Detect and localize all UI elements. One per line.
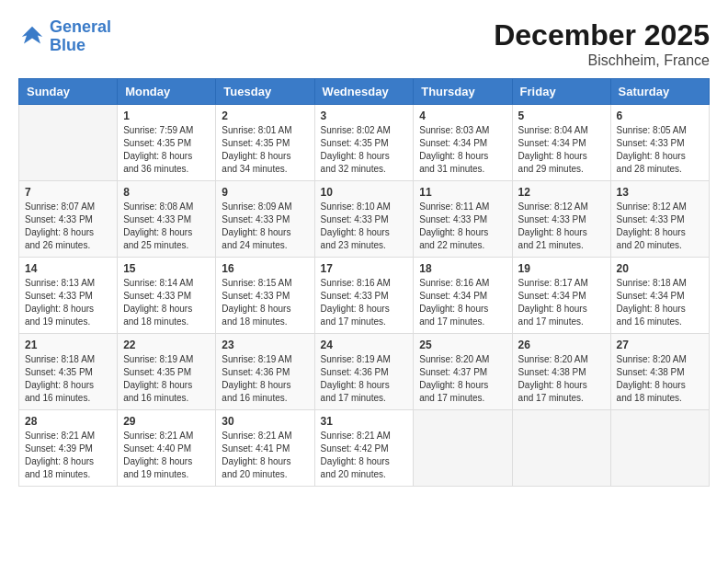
calendar-week-row: 14Sunrise: 8:13 AMSunset: 4:33 PMDayligh… — [19, 258, 710, 334]
day-number: 10 — [321, 186, 408, 199]
calendar-cell: 12Sunrise: 8:12 AMSunset: 4:33 PMDayligh… — [512, 181, 610, 258]
day-info: Sunrise: 8:13 AMSunset: 4:33 PMDaylight:… — [25, 277, 111, 328]
calendar-cell — [512, 410, 610, 487]
page-header: General Blue December 2025 Bischheim, Fr… — [18, 18, 710, 69]
calendar-cell: 16Sunrise: 8:15 AMSunset: 4:33 PMDayligh… — [216, 258, 314, 334]
day-info: Sunrise: 8:08 AMSunset: 4:33 PMDaylight:… — [123, 201, 210, 252]
calendar-cell: 18Sunrise: 8:16 AMSunset: 4:34 PMDayligh… — [414, 258, 512, 334]
day-number: 19 — [518, 262, 605, 275]
day-info: Sunrise: 8:10 AMSunset: 4:33 PMDaylight:… — [321, 201, 408, 252]
day-info: Sunrise: 8:21 AMSunset: 4:41 PMDaylight:… — [222, 430, 308, 481]
day-number: 6 — [617, 109, 703, 122]
day-info: Sunrise: 8:21 AMSunset: 4:39 PMDaylight:… — [25, 430, 111, 481]
header-sunday: Sunday — [19, 79, 118, 105]
day-number: 14 — [25, 262, 111, 275]
calendar-week-row: 21Sunrise: 8:18 AMSunset: 4:35 PMDayligh… — [19, 334, 710, 410]
day-number: 27 — [617, 339, 703, 351]
calendar-cell: 15Sunrise: 8:14 AMSunset: 4:33 PMDayligh… — [118, 258, 216, 334]
calendar-cell: 20Sunrise: 8:18 AMSunset: 4:34 PMDayligh… — [610, 258, 709, 334]
day-info: Sunrise: 8:07 AMSunset: 4:33 PMDaylight:… — [25, 201, 111, 252]
day-number: 8 — [123, 186, 210, 199]
logo: General Blue — [18, 18, 111, 55]
day-number: 26 — [518, 339, 605, 351]
calendar-cell: 30Sunrise: 8:21 AMSunset: 4:41 PMDayligh… — [216, 410, 314, 487]
calendar-cell: 29Sunrise: 8:21 AMSunset: 4:40 PMDayligh… — [118, 410, 216, 487]
header-tuesday: Tuesday — [216, 79, 314, 105]
calendar-cell: 31Sunrise: 8:21 AMSunset: 4:42 PMDayligh… — [314, 410, 414, 487]
month-title: December 2025 — [494, 18, 710, 52]
day-number: 18 — [419, 262, 506, 275]
day-number: 4 — [419, 109, 506, 122]
day-number: 17 — [321, 262, 408, 275]
calendar-cell: 2Sunrise: 8:01 AMSunset: 4:35 PMDaylight… — [216, 105, 314, 181]
day-info: Sunrise: 8:05 AMSunset: 4:33 PMDaylight:… — [617, 124, 703, 176]
day-number: 9 — [222, 186, 308, 199]
day-number: 12 — [518, 186, 605, 199]
day-info: Sunrise: 8:16 AMSunset: 4:33 PMDaylight:… — [321, 277, 408, 328]
day-number: 7 — [25, 186, 111, 199]
calendar-cell: 14Sunrise: 8:13 AMSunset: 4:33 PMDayligh… — [19, 258, 118, 334]
calendar-week-row: 7Sunrise: 8:07 AMSunset: 4:33 PMDaylight… — [19, 181, 710, 258]
calendar-cell: 13Sunrise: 8:12 AMSunset: 4:33 PMDayligh… — [610, 181, 709, 258]
title-block: December 2025 Bischheim, France — [494, 18, 710, 69]
day-number: 31 — [321, 415, 408, 428]
calendar-cell — [610, 410, 709, 487]
day-number: 30 — [222, 415, 308, 428]
calendar-cell: 9Sunrise: 8:09 AMSunset: 4:33 PMDaylight… — [216, 181, 314, 258]
calendar-cell: 3Sunrise: 8:02 AMSunset: 4:35 PMDaylight… — [314, 105, 414, 181]
calendar-cell: 11Sunrise: 8:11 AMSunset: 4:33 PMDayligh… — [414, 181, 512, 258]
day-info: Sunrise: 8:12 AMSunset: 4:33 PMDaylight:… — [617, 201, 703, 252]
day-info: Sunrise: 8:01 AMSunset: 4:35 PMDaylight:… — [222, 124, 308, 176]
calendar-week-row: 28Sunrise: 8:21 AMSunset: 4:39 PMDayligh… — [19, 410, 710, 487]
day-number: 29 — [123, 415, 210, 428]
day-number: 24 — [321, 339, 408, 351]
calendar-cell: 19Sunrise: 8:17 AMSunset: 4:34 PMDayligh… — [512, 258, 610, 334]
calendar-cell: 28Sunrise: 8:21 AMSunset: 4:39 PMDayligh… — [19, 410, 118, 487]
day-info: Sunrise: 8:19 AMSunset: 4:36 PMDaylight:… — [222, 353, 308, 405]
calendar-week-row: 1Sunrise: 7:59 AMSunset: 4:35 PMDaylight… — [19, 105, 710, 181]
day-info: Sunrise: 8:19 AMSunset: 4:35 PMDaylight:… — [123, 353, 210, 405]
day-number: 15 — [123, 262, 210, 275]
header-saturday: Saturday — [610, 79, 709, 105]
day-info: Sunrise: 8:12 AMSunset: 4:33 PMDaylight:… — [518, 201, 605, 252]
day-number: 21 — [25, 339, 111, 351]
header-monday: Monday — [118, 79, 216, 105]
calendar-cell: 6Sunrise: 8:05 AMSunset: 4:33 PMDaylight… — [610, 105, 709, 181]
calendar-cell: 24Sunrise: 8:19 AMSunset: 4:36 PMDayligh… — [314, 334, 414, 410]
day-number: 5 — [518, 109, 605, 122]
day-number: 28 — [25, 415, 111, 428]
day-info: Sunrise: 8:21 AMSunset: 4:40 PMDaylight:… — [123, 430, 210, 481]
day-info: Sunrise: 8:20 AMSunset: 4:37 PMDaylight:… — [419, 353, 506, 405]
header-friday: Friday — [512, 79, 610, 105]
day-number: 11 — [419, 186, 506, 199]
calendar-cell: 27Sunrise: 8:20 AMSunset: 4:38 PMDayligh… — [610, 334, 709, 410]
day-info: Sunrise: 8:11 AMSunset: 4:33 PMDaylight:… — [419, 201, 506, 252]
calendar-cell: 17Sunrise: 8:16 AMSunset: 4:33 PMDayligh… — [314, 258, 414, 334]
day-info: Sunrise: 8:21 AMSunset: 4:42 PMDaylight:… — [321, 430, 408, 481]
logo-bird-icon — [18, 23, 46, 51]
svg-marker-0 — [22, 27, 43, 44]
header-thursday: Thursday — [414, 79, 512, 105]
day-number: 1 — [123, 109, 210, 122]
calendar-cell: 5Sunrise: 8:04 AMSunset: 4:34 PMDaylight… — [512, 105, 610, 181]
day-info: Sunrise: 8:20 AMSunset: 4:38 PMDaylight:… — [518, 353, 605, 405]
day-info: Sunrise: 8:18 AMSunset: 4:34 PMDaylight:… — [617, 277, 703, 328]
day-number: 25 — [419, 339, 506, 351]
day-number: 23 — [222, 339, 308, 351]
calendar-header-row: SundayMondayTuesdayWednesdayThursdayFrid… — [19, 79, 710, 105]
calendar-table: SundayMondayTuesdayWednesdayThursdayFrid… — [18, 78, 710, 487]
day-info: Sunrise: 8:16 AMSunset: 4:34 PMDaylight:… — [419, 277, 506, 328]
day-number: 20 — [617, 262, 703, 275]
calendar-cell — [414, 410, 512, 487]
day-info: Sunrise: 8:02 AMSunset: 4:35 PMDaylight:… — [321, 124, 408, 176]
calendar-cell: 7Sunrise: 8:07 AMSunset: 4:33 PMDaylight… — [19, 181, 118, 258]
day-info: Sunrise: 8:09 AMSunset: 4:33 PMDaylight:… — [222, 201, 308, 252]
calendar-cell: 25Sunrise: 8:20 AMSunset: 4:37 PMDayligh… — [414, 334, 512, 410]
calendar-cell: 10Sunrise: 8:10 AMSunset: 4:33 PMDayligh… — [314, 181, 414, 258]
day-info: Sunrise: 8:19 AMSunset: 4:36 PMDaylight:… — [321, 353, 408, 405]
day-info: Sunrise: 8:20 AMSunset: 4:38 PMDaylight:… — [617, 353, 703, 405]
calendar-cell: 4Sunrise: 8:03 AMSunset: 4:34 PMDaylight… — [414, 105, 512, 181]
calendar-cell: 21Sunrise: 8:18 AMSunset: 4:35 PMDayligh… — [19, 334, 118, 410]
day-info: Sunrise: 8:14 AMSunset: 4:33 PMDaylight:… — [123, 277, 210, 328]
calendar-cell: 26Sunrise: 8:20 AMSunset: 4:38 PMDayligh… — [512, 334, 610, 410]
